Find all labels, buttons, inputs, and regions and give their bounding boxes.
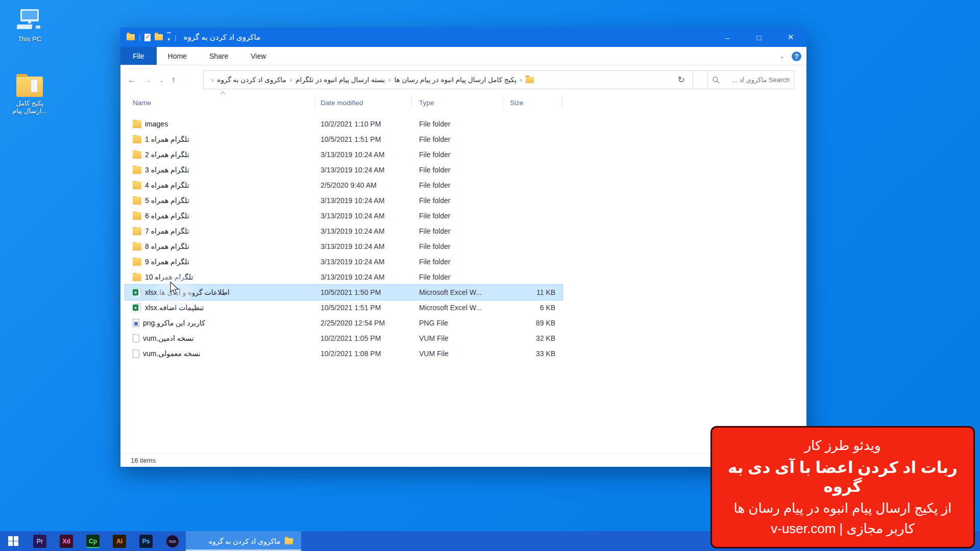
breadcrumb-item-root[interactable]: پکیج کامل ارسال پیام انبوه در پیام رسان …	[394, 76, 516, 84]
file-name-cell: تلگرام همراه 1	[125, 135, 315, 143]
date-modified-cell: 10/2/2021 1:05 PM	[315, 334, 412, 342]
table-row[interactable]: تلگرام همراه 1 10/5/2021 1:51 PM File fo…	[125, 132, 562, 147]
date-modified-cell: 3/13/2019 10:24 AM	[315, 196, 412, 205]
type-cell: File folder	[412, 151, 503, 159]
table-row[interactable]: تلگرام همراه 6 3/13/2019 10:24 AM File f…	[125, 208, 562, 223]
tab-home[interactable]: Home	[157, 47, 198, 65]
file-name-cell: اطلاعات گروه و آیدی ها.xlsx	[125, 288, 315, 296]
table-row[interactable]: تلگرام همراه 8 3/13/2019 10:24 AM File f…	[125, 239, 562, 254]
type-cell: Microsoft Excel W...	[412, 288, 503, 296]
file-name-cell: تلگرام همراه 2	[125, 151, 315, 159]
breadcrumb: ‹پکیج کامل ارسال پیام انبوه در پیام رسان…	[204, 71, 736, 89]
up-button[interactable]: ↑	[171, 75, 176, 85]
date-modified-cell: 10/5/2021 1:50 PM	[315, 288, 412, 296]
help-icon[interactable]: ?	[792, 52, 801, 61]
app-icon: Xd	[60, 535, 73, 548]
column-header-type[interactable]: Type	[412, 96, 503, 109]
table-row[interactable]: نسخه معمولی.vum 10/2/2021 1:08 PM VUM Fi…	[125, 346, 562, 361]
file-name: تلگرام همراه 2	[145, 151, 189, 159]
file-type-icon	[133, 136, 141, 143]
breadcrumb-item-current[interactable]: ماکروی اد کردن به گروه	[217, 76, 286, 84]
size-cell: 6 KB	[503, 304, 562, 312]
banner-line4: کاربر مجازی | v-user.com	[717, 521, 968, 537]
refresh-button[interactable]: ↻	[670, 70, 693, 89]
search-input[interactable]: Search ماکروی اد ...	[707, 70, 794, 89]
tutorial-banner: ویدئو طرز کار ربات اد کردن اعضا با آی دی…	[710, 426, 975, 548]
desktop-icon-package-folder[interactable]: پکیج کامل ...ارسال پیام	[5, 70, 54, 115]
file-type-icon	[133, 334, 139, 342]
address-bar[interactable]: ‹پکیج کامل ارسال پیام انبوه در پیام رسان…	[203, 70, 751, 89]
minimize-button[interactable]: –	[712, 28, 743, 47]
collapse-ribbon-icon[interactable]: ⌄	[779, 53, 785, 60]
taskbar-app-button[interactable]: Xd	[53, 531, 80, 551]
folder-icon	[526, 77, 534, 83]
breadcrumb-chevron-icon[interactable]: ‹	[290, 76, 292, 84]
table-row[interactable]: نسخه ادمین.vum 10/2/2021 1:05 PM VUM Fil…	[125, 331, 562, 346]
size-cell: 11 KB	[503, 288, 562, 296]
table-row[interactable]: تلگرام همراه 4 2/5/2020 9:40 AM File fol…	[125, 178, 562, 193]
customize-toolbar-icon[interactable]: ▔▾	[167, 33, 170, 41]
file-name: تلگرام همراه 6	[145, 212, 189, 220]
table-row[interactable]: تلگرام همراه 9 3/13/2019 10:24 AM File f…	[125, 254, 562, 269]
taskbar-app-button[interactable]: Ai	[106, 531, 133, 551]
column-header-name[interactable]: Name	[125, 96, 315, 109]
table-row[interactable]: تلگرام همراه 5 3/13/2019 10:24 AM File f…	[125, 193, 562, 208]
type-cell: File folder	[412, 212, 503, 220]
recent-locations-icon[interactable]: ⌄	[159, 77, 164, 84]
table-row[interactable]: تلگرام همراه 3 3/13/2019 10:24 AM File f…	[125, 162, 562, 178]
desktop-icon-this-pc[interactable]: This PC	[5, 6, 54, 43]
taskbar-app-button[interactable]: Pr	[27, 531, 53, 551]
taskbar-app-button[interactable]: Ps	[133, 531, 159, 551]
table-row[interactable]: تلگرام همراه 7 3/13/2019 10:24 AM File f…	[125, 223, 562, 239]
file-type-icon	[133, 228, 141, 235]
table-row[interactable]: images 10/2/2021 1:10 PM File folder	[125, 116, 562, 132]
taskbar-window-label: ماکروی اد کردن به گروه	[209, 537, 280, 545]
date-modified-cell: 3/13/2019 10:24 AM	[315, 166, 412, 174]
file-type-icon	[133, 212, 141, 220]
file-type-icon	[133, 288, 141, 296]
table-row[interactable]: تلگرام همراه 2 3/13/2019 10:24 AM File f…	[125, 147, 562, 162]
close-button[interactable]: ✕	[775, 28, 806, 47]
tab-share[interactable]: Share	[198, 47, 239, 65]
size-cell: 32 KB	[503, 334, 562, 342]
taskbar-app-button[interactable]: Cp	[80, 531, 106, 551]
column-header-size[interactable]: Size	[503, 96, 562, 109]
checked-document-icon[interactable]: ✓	[144, 34, 151, 41]
separator: |	[139, 34, 140, 41]
breadcrumb-chevron-icon[interactable]: ‹	[520, 76, 522, 84]
table-row[interactable]: تلگرام همراه 10 3/13/2019 10:24 AM File …	[125, 269, 562, 285]
ribbon-menu: File Home Share View ⌄ ?	[120, 47, 806, 65]
table-row[interactable]: تنظیمات اضافه.xlsx 10/5/2021 1:51 PM Mic…	[125, 300, 562, 315]
taskbar-active-window-button[interactable]: ماکروی اد کردن به گروه	[186, 531, 301, 551]
date-modified-cell: 10/2/2021 1:10 PM	[315, 120, 412, 128]
file-list: images 10/2/2021 1:10 PM File folder تلگ…	[125, 116, 562, 361]
separator: |	[175, 34, 176, 41]
file-name: images	[145, 120, 168, 128]
type-cell: File folder	[412, 166, 503, 174]
desktop: This PC پکیج کامل ...ارسال پیام | ✓ ▔▾ |…	[0, 0, 980, 551]
app-icon: Ai	[113, 535, 126, 548]
breadcrumb-chevron-icon[interactable]: ‹	[211, 76, 213, 84]
file-name-cell: images	[125, 120, 315, 128]
column-header-date-modified[interactable]: Date modified	[315, 96, 412, 109]
folder-icon	[127, 34, 135, 40]
file-name-cell: تلگرام همراه 3	[125, 166, 315, 174]
tab-view[interactable]: View	[239, 47, 277, 65]
back-button[interactable]: ←	[128, 75, 136, 85]
search-text: Search ماکروی اد ...	[732, 76, 790, 84]
breadcrumb-chevron-icon[interactable]: ‹	[388, 76, 390, 84]
maximize-button[interactable]: □	[743, 28, 775, 47]
file-name-cell: تلگرام همراه 6	[125, 212, 315, 220]
taskbar-app-button[interactable]: nox	[159, 531, 186, 551]
folder-icon[interactable]	[155, 34, 163, 40]
type-cell: File folder	[412, 196, 503, 205]
tab-file[interactable]: File	[120, 47, 157, 65]
forward-button[interactable]: →	[143, 75, 152, 85]
desktop-icon-label: ...ارسال پیام	[5, 107, 54, 115]
file-name-cell: تلگرام همراه 7	[125, 227, 315, 235]
size-cell: 89 KB	[503, 319, 562, 327]
search-icon	[712, 76, 720, 84]
start-button[interactable]	[0, 531, 27, 551]
table-row[interactable]: کاربرد این ماکرو.png 2/25/2020 12:54 PM …	[125, 315, 562, 331]
breadcrumb-item[interactable]: بسته ارسال پیام انبوه در تلگرام	[296, 76, 385, 84]
